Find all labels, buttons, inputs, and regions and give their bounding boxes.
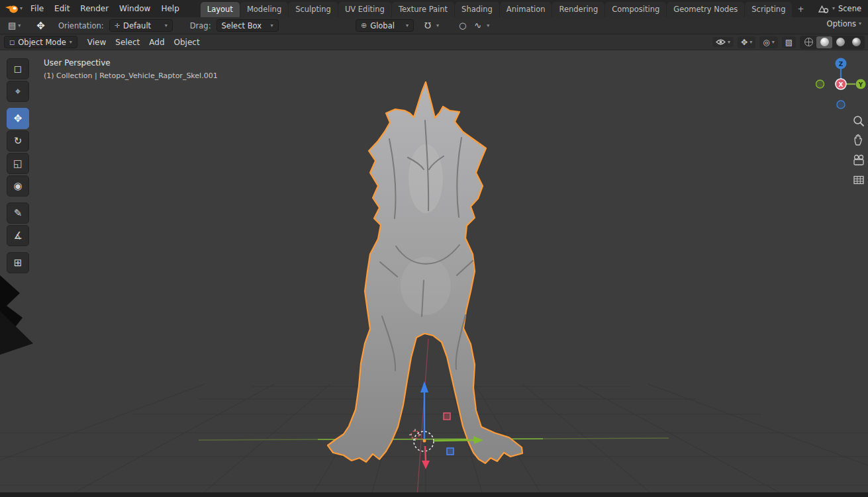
add-cube-icon: ⊞ xyxy=(14,257,23,269)
workspace-tabs: Layout Modeling Sculpting UV Editing Tex… xyxy=(201,0,809,17)
menu-add[interactable]: Add xyxy=(144,36,169,49)
app-menu-button[interactable]: ▾ xyxy=(0,4,25,14)
tool-move[interactable]: ✥ xyxy=(7,108,29,129)
y-axis-line-dim xyxy=(199,439,318,440)
chevron-down-icon: ▾ xyxy=(271,23,273,28)
proportional-icon: ○ xyxy=(459,21,466,30)
blender-logo-icon xyxy=(5,4,19,14)
shading-solid-button[interactable] xyxy=(816,36,832,48)
axis-y-neg-ball[interactable] xyxy=(816,80,824,88)
orientation-icon: ✛ xyxy=(115,22,120,29)
chevron-down-icon: ▾ xyxy=(165,23,168,28)
magnifier-icon xyxy=(852,114,865,128)
pan-button[interactable] xyxy=(851,132,866,147)
zoom-button[interactable] xyxy=(851,114,866,128)
tab-layout[interactable]: Layout xyxy=(201,2,240,17)
navigation-gizmo[interactable]: Z Y X xyxy=(816,56,868,111)
drag-dropdown[interactable]: Select Box ▾ xyxy=(217,19,279,32)
gizmo-plane-handle-z[interactable] xyxy=(447,448,454,455)
tab-shading[interactable]: Shading xyxy=(455,2,499,17)
orientation-dropdown[interactable]: ✛ Default ▾ xyxy=(109,19,173,32)
world-axes xyxy=(199,339,669,492)
add-workspace-button[interactable]: + xyxy=(793,2,808,17)
corner-black-object[interactable] xyxy=(0,275,33,355)
transform-pivot-dropdown[interactable]: ⊕ Global ▾ xyxy=(356,19,414,32)
tool-select-box[interactable]: ◻ xyxy=(7,58,29,79)
scene-icon xyxy=(817,3,829,14)
view-perspective-label: User Perspective xyxy=(44,58,218,68)
tool-measure[interactable]: ∡ xyxy=(7,225,29,246)
scene-name: Scene xyxy=(838,4,861,13)
tool-rotate[interactable]: ↻ xyxy=(7,130,29,152)
orientation-value: Default xyxy=(123,21,151,30)
gizmo-x-arrowhead[interactable] xyxy=(422,461,430,469)
menu-help[interactable]: Help xyxy=(156,1,184,16)
material-sphere-icon xyxy=(836,38,845,46)
cursor-3d-icon[interactable] xyxy=(411,431,419,439)
scene-canvas xyxy=(0,50,868,492)
editor-type-button[interactable]: ▤ ▾ xyxy=(5,19,23,32)
options-menu[interactable]: Options ▾ xyxy=(827,19,861,28)
snap-toggle-button[interactable]: Ω xyxy=(422,19,434,32)
shading-material-button[interactable] xyxy=(832,36,848,48)
falloff-button[interactable]: ∿ xyxy=(471,19,484,32)
show-overlays-dropdown[interactable]: ◎ ▾ xyxy=(759,36,778,48)
gizmo-plane-handle-x[interactable] xyxy=(444,413,450,420)
chevron-down-icon: ▾ xyxy=(20,6,23,11)
hand-icon xyxy=(852,133,865,146)
tool-cursor[interactable]: ⌖ xyxy=(7,81,29,102)
gizmo-y-arrow[interactable] xyxy=(434,440,474,441)
annotate-icon: ✎ xyxy=(14,207,23,219)
mode-dropdown[interactable]: ◻ Object Mode ▾ xyxy=(4,36,77,48)
menu-edit[interactable]: Edit xyxy=(49,1,75,16)
tab-geometry-nodes[interactable]: Geometry Nodes xyxy=(667,2,744,17)
chevron-down-icon: ▾ xyxy=(728,40,730,45)
chevron-down-icon: ▾ xyxy=(832,6,835,11)
tab-animation[interactable]: Animation xyxy=(500,2,552,17)
tab-rendering[interactable]: Rendering xyxy=(552,2,604,17)
floor-grid xyxy=(0,384,868,492)
shading-rendered-button[interactable] xyxy=(848,36,864,48)
camera-view-button[interactable] xyxy=(851,153,866,167)
menu-view[interactable]: View xyxy=(83,36,111,49)
chevron-down-icon[interactable]: ▾ xyxy=(436,23,439,28)
axis-z-label: Z xyxy=(839,61,844,68)
shading-wireframe-button[interactable] xyxy=(800,36,816,48)
menu-file[interactable]: File xyxy=(25,1,49,16)
toggle-ortho-button[interactable] xyxy=(851,173,866,187)
pivot-icon: ⊕ xyxy=(361,21,367,30)
tab-modeling[interactable]: Modeling xyxy=(240,2,288,17)
wireframe-sphere-icon xyxy=(804,38,813,46)
toggle-xray-button[interactable]: ▨ xyxy=(782,36,796,48)
show-gizmo-dropdown[interactable]: ✥ ▾ xyxy=(738,36,755,48)
tool-scale[interactable]: ◱ xyxy=(7,153,29,174)
tab-texture-paint[interactable]: Texture Paint xyxy=(392,2,454,17)
proportional-editing-button[interactable]: ○ xyxy=(456,19,469,32)
snap-cluster: ⊕ Global ▾ Ω ▾ ○ ∿ ▾ xyxy=(356,19,489,32)
tab-compositing[interactable]: Compositing xyxy=(605,2,666,17)
tool-add-cube[interactable]: ⊞ xyxy=(7,252,29,273)
menu-select[interactable]: Select xyxy=(111,36,144,49)
chest-highlight xyxy=(401,257,451,315)
gizmo-x-arrow[interactable] xyxy=(425,446,426,461)
chevron-down-icon: ▾ xyxy=(406,23,409,28)
chevron-down-icon[interactable]: ▾ xyxy=(487,23,489,28)
axis-z-neg-ball[interactable] xyxy=(837,101,845,109)
menu-object[interactable]: Object xyxy=(169,36,205,49)
scene-selector[interactable]: ▾ Scene xyxy=(817,3,868,14)
object-visibility-dropdown[interactable]: ▾ xyxy=(712,37,734,47)
viewport-3d[interactable]: User Perspective (1) Collection | Retopo… xyxy=(0,50,868,492)
tab-sculpting[interactable]: Sculpting xyxy=(289,2,338,17)
menu-window[interactable]: Window xyxy=(114,1,156,16)
x-axis-line xyxy=(417,339,428,492)
viewport-header: ◻ Object Mode ▾ View Select Add Object ▾… xyxy=(0,34,868,50)
chevron-down-icon: ▾ xyxy=(70,40,72,45)
tab-scripting[interactable]: Scripting xyxy=(745,2,792,17)
shading-mode-switch xyxy=(800,36,865,49)
gizmo-icon: ✥ xyxy=(741,38,747,47)
tool-transform[interactable]: ◉ xyxy=(7,175,29,197)
menu-render[interactable]: Render xyxy=(75,1,114,16)
tool-annotate[interactable]: ✎ xyxy=(7,203,29,224)
drag-label: Drag: xyxy=(190,21,211,30)
tab-uv-editing[interactable]: UV Editing xyxy=(338,2,391,17)
